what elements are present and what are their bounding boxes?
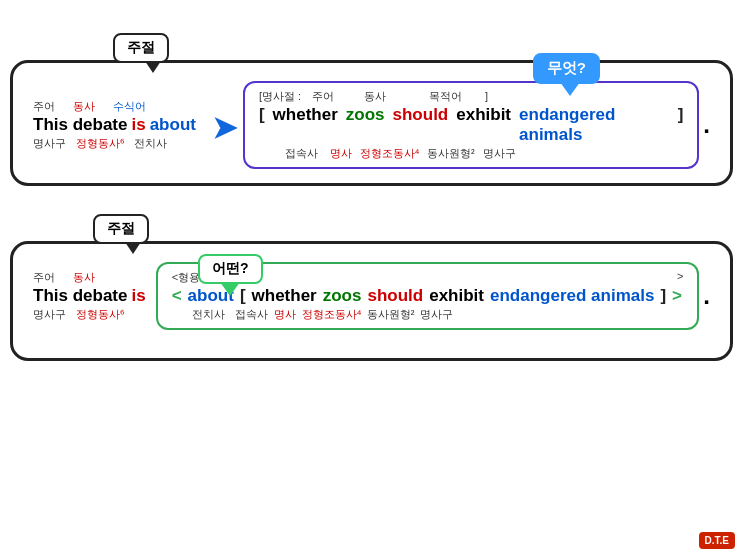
- section-1: 주절 무엇? 주어 동사 수식어 This debate is about 명사…: [10, 60, 733, 186]
- nc-header-labels: [명사절 : 주어 동사 목적어 ]: [259, 89, 683, 104]
- nc-header-bracket-label: [명사절 :: [259, 89, 301, 104]
- sublabel-prep-1: 전치사: [134, 136, 167, 151]
- label-modifier-1: 수식어: [113, 99, 146, 114]
- main-clause-1: 주어 동사 수식어 This debate is about 명사구 정형동사⁶…: [33, 99, 196, 151]
- main-clause-2-words: This debate is: [33, 286, 146, 306]
- label-subject-1: 주어: [33, 99, 55, 114]
- bubble-jujeol-1: 주절: [113, 33, 169, 63]
- bubble-eotteon: 어떤?: [198, 254, 263, 284]
- adj-word-zoos: zoos: [323, 286, 362, 306]
- word-about-1: about: [150, 115, 196, 135]
- adj-bracket-close: ]: [660, 286, 666, 306]
- bubble-jujeol-2-text: 주절: [107, 220, 135, 236]
- main-clause-2-sublabels: 명사구 정형동사⁶: [33, 307, 124, 322]
- label-verb-2: 동사: [73, 270, 95, 285]
- nc-word-whether: whether: [273, 105, 338, 125]
- adj-sub-empty: [172, 307, 186, 322]
- adj-word-endangered: endangered animals: [490, 286, 654, 306]
- adj-sublabel-conj: 접속사: [235, 307, 268, 322]
- noun-clause-inner-1: [명사절 : 주어 동사 목적어 ] [ whether zoos should…: [259, 89, 683, 161]
- nc-word-row-1: [ whether zoos should exhibit endangered…: [259, 105, 683, 145]
- adj-word-row: < about [ whether zoos should exhibit en…: [172, 286, 684, 306]
- main-clause-1-labels: 주어 동사 수식어: [33, 99, 146, 114]
- adj-word-should: should: [367, 286, 423, 306]
- nc-header-verb-label: 동사: [345, 89, 405, 104]
- sublabel-verb-form-1: 정형동사⁶: [76, 136, 124, 151]
- bubble-jujeol-2: 주절: [93, 214, 149, 244]
- sublabel-verb-form-2: 정형동사⁶: [76, 307, 124, 322]
- dte-badge: D.T.E: [699, 532, 735, 549]
- bubble-eotteon-text: 어떤?: [212, 260, 249, 276]
- adj-sublabel-noun: 명사: [274, 307, 296, 322]
- adj-header-close: >: [677, 270, 683, 285]
- adj-sublabel-prep: 전치사: [192, 307, 225, 322]
- dte-text: D.T.E: [705, 535, 729, 546]
- nc-header-subject-label: 주어: [301, 89, 345, 104]
- adj-bracket-open: [: [240, 286, 246, 306]
- nc-bracket-close: ]: [678, 105, 684, 125]
- adj-word-whether: whether: [252, 286, 317, 306]
- main-clause-1-sublabels: 명사구 정형동사⁶ 전치사: [33, 136, 167, 151]
- word-this-debate-1: This debate: [33, 115, 127, 135]
- nc-header-bracket-close-label: ]: [485, 90, 488, 102]
- nc-header-object-label: 목적어: [405, 89, 485, 104]
- word-is-2: is: [131, 286, 145, 306]
- word-this-debate-2: This debate: [33, 286, 127, 306]
- nc-word-exhibit: exhibit: [456, 105, 511, 125]
- bubble-mueot-text: 무엇?: [547, 59, 586, 76]
- nc-sublabel-modal: 정형조동사⁴: [360, 146, 419, 161]
- nc-sub-empty: [259, 146, 277, 161]
- nc-word-endangered-animals: endangered animals: [519, 105, 670, 145]
- adj-sublabel-nounphrase: 명사구: [420, 307, 453, 322]
- word-is-1: is: [131, 115, 145, 135]
- section-2: 주절 어떤? 주어 동사 This debate is 명사구 정형동사⁶: [10, 241, 733, 361]
- nc-sublabel-conjunction: 접속사: [285, 146, 318, 161]
- bubble-mueot: 무엇?: [533, 53, 600, 84]
- bubble-jujeol-1-text: 주절: [127, 39, 155, 55]
- nc-sublabel-noun: 명사: [330, 146, 352, 161]
- arrow-right-1: ➤: [212, 110, 237, 145]
- sentence-row-2: 주어 동사 This debate is 명사구 정형동사⁶ <형용사구: 보어…: [33, 262, 710, 330]
- nc-bracket-open: [: [259, 105, 265, 125]
- nc-sublabel-noun-phrase: 명사구: [483, 146, 516, 161]
- main-clause-2: 주어 동사 This debate is 명사구 정형동사⁶: [33, 270, 146, 322]
- nc-sublabel-verb-form: 동사원형²: [427, 146, 475, 161]
- sublabel-noun-phrase-1: 명사구: [33, 136, 66, 151]
- adj-sublabel-modal: 정형조동사⁴: [302, 307, 361, 322]
- nc-word-zoos: zoos: [346, 105, 385, 125]
- adj-word-exhibit: exhibit: [429, 286, 484, 306]
- period-1: .: [703, 111, 710, 139]
- label-verb-1: 동사: [73, 99, 95, 114]
- adj-langle: <: [172, 286, 182, 306]
- period-2: .: [703, 282, 710, 310]
- main-clause-2-labels: 주어 동사: [33, 270, 95, 285]
- nc-sublabel-row-1: 접속사 명사 정형조동사⁴ 동사원형² 명사구: [259, 146, 683, 161]
- sublabel-noun-phrase-2: 명사구: [33, 307, 66, 322]
- noun-clause-box-1: [명사절 : 주어 동사 목적어 ] [ whether zoos should…: [243, 81, 699, 169]
- main-clause-1-words: This debate is about: [33, 115, 196, 135]
- sentence-row-1: 주어 동사 수식어 This debate is about 명사구 정형동사⁶…: [33, 81, 710, 169]
- label-subject-2: 주어: [33, 270, 55, 285]
- nc-word-should: should: [393, 105, 449, 125]
- adj-rangle: >: [672, 286, 682, 306]
- adj-sublabel-verb: 동사원형²: [367, 307, 415, 322]
- adj-sublabel-row: 전치사 접속사 명사 정형조동사⁴ 동사원형² 명사구: [172, 307, 684, 322]
